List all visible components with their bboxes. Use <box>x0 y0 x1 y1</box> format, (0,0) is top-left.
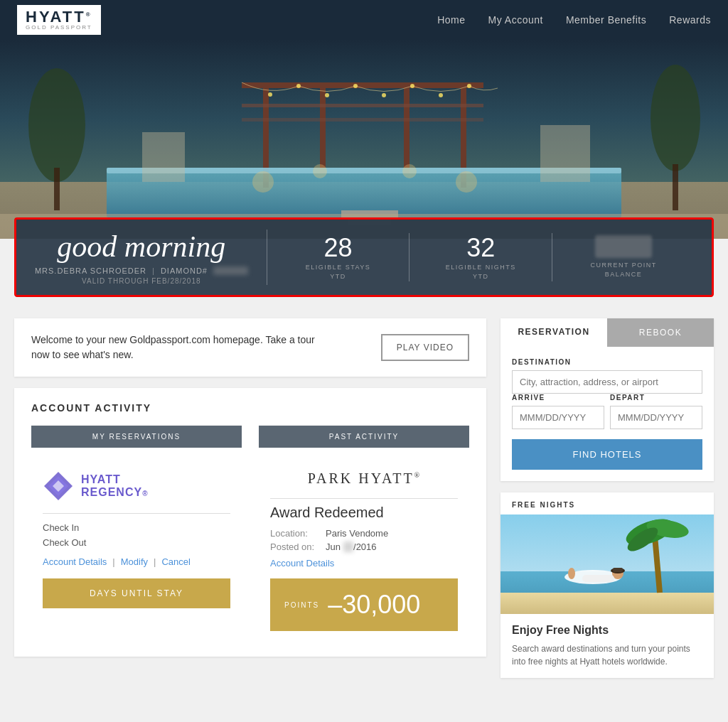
main-nav: Home My Account Member Benefits Rewards <box>437 14 711 26</box>
posted-value: Jun /2016 <box>326 542 377 552</box>
arrive-input[interactable] <box>512 406 604 429</box>
eligible-stays-stat: 28 ELIGIBLE STAYSYTD <box>267 233 410 281</box>
award-posted: Posted on: Jun /2016 <box>270 542 458 552</box>
booking-form: DESTINATION ARRIVE DEPART FIND HOTELS <box>500 347 714 481</box>
svg-rect-22 <box>142 132 185 182</box>
days-until-stay-button[interactable]: DAYS UNTIL STAY <box>43 578 230 608</box>
arrive-label: ARRIVE <box>512 394 604 402</box>
logo[interactable]: HYATT® GOLD PASSPORT <box>17 5 101 35</box>
play-video-button[interactable]: PLAY VIDEO <box>381 334 469 361</box>
greeting-bar: good morning MRS.DEBRA SCHROEDER | DIAMO… <box>14 217 714 297</box>
svg-rect-21 <box>673 164 678 210</box>
member-info: MRS.DEBRA SCHROEDER | DIAMOND# <box>33 266 250 275</box>
tab-rebook[interactable]: REBOOK <box>607 318 714 347</box>
depart-label: DEPART <box>610 394 702 402</box>
park-hyatt-reg: ® <box>414 471 421 479</box>
svg-point-24 <box>268 92 272 97</box>
depart-input[interactable] <box>610 406 702 429</box>
free-nights-description: Search award destinations and turn your … <box>512 642 702 668</box>
greeting-left: good morning MRS.DEBRA SCHROEDER | DIAMO… <box>33 230 267 285</box>
depart-group: DEPART <box>610 394 702 429</box>
park-hyatt-logo: PARK HYATT® <box>270 470 458 487</box>
nav-account[interactable]: My Account <box>488 14 543 26</box>
past-activity-header: PAST ACTIVITY <box>259 426 469 448</box>
greeting-salutation: good morning <box>33 230 250 264</box>
svg-point-18 <box>28 68 85 182</box>
left-column: Welcome to your new Goldpassport.com hom… <box>14 318 486 678</box>
brand-sub: GOLD PASSPORT <box>26 25 92 31</box>
past-account-details-link[interactable]: Account Details <box>270 558 458 569</box>
date-row: ARRIVE DEPART <box>512 394 702 429</box>
reservations-body: HYATTREGENCY® Check In Check Out Account… <box>31 448 242 620</box>
reservations-column: MY RESERVATIONS HYATTREGENCY® <box>31 425 242 642</box>
svg-rect-7 <box>242 104 483 107</box>
svg-rect-37 <box>500 593 714 614</box>
welcome-message: Welcome to your new Goldpassport.com hom… <box>31 333 316 362</box>
free-nights-title: Enjoy Free Nights <box>512 624 702 637</box>
eligible-nights-label: ELIGIBLE NIGHTSYTD <box>427 263 535 281</box>
checkout-label: Check Out <box>43 537 230 548</box>
nav-member-benefits[interactable]: Member Benefits <box>566 14 646 26</box>
hyatt-wordmark: HYATT® <box>26 9 92 25</box>
destination-input[interactable] <box>512 370 702 394</box>
find-hotels-button[interactable]: FIND HOTELS <box>512 439 702 470</box>
svg-point-25 <box>296 84 301 88</box>
svg-rect-5 <box>320 88 326 173</box>
activity-title: ACCOUNT ACTIVITY <box>31 402 469 414</box>
account-details-link[interactable]: Account Details <box>43 556 107 567</box>
points-display: POINTS –30,000 <box>270 578 458 631</box>
award-location: Location: Paris Vendome <box>270 528 458 539</box>
hero-image <box>0 40 728 239</box>
park-hyatt-brand: PARK HYATT <box>308 470 414 486</box>
svg-point-14 <box>252 171 274 193</box>
svg-point-15 <box>456 171 477 193</box>
svg-rect-23 <box>540 125 590 182</box>
eligible-nights-stat: 32 ELIGIBLE NIGHTSYTD <box>410 233 552 281</box>
tab-reservation[interactable]: RESERVATION <box>500 318 607 347</box>
booking-card: RESERVATION REBOOK DESTINATION ARRIVE DE… <box>500 318 714 481</box>
free-nights-body: Enjoy Free Nights Search award destinati… <box>500 614 714 678</box>
diamond-number <box>213 266 248 275</box>
svg-rect-6 <box>404 88 410 173</box>
free-nights-image <box>500 514 714 614</box>
svg-point-17 <box>402 164 417 178</box>
point-balance-label: CURRENT POINTBALANCE <box>569 261 678 279</box>
points-value: –30,000 <box>328 590 420 620</box>
hyatt-regency-logo: HYATTREGENCY® <box>43 470 230 502</box>
svg-point-28 <box>382 93 386 97</box>
modify-link[interactable]: Modify <box>121 556 148 567</box>
arrive-group: ARRIVE <box>512 394 604 429</box>
main-content: Welcome to your new Goldpassport.com hom… <box>0 304 728 692</box>
past-activity-body: PARK HYATT® Award Redeemed Location: Par… <box>259 448 469 642</box>
right-column: RESERVATION REBOOK DESTINATION ARRIVE DE… <box>500 318 714 678</box>
point-balance-number <box>595 235 652 258</box>
svg-point-30 <box>439 93 443 97</box>
reservations-header: MY RESERVATIONS <box>31 426 242 448</box>
beach-scene-illustration <box>500 514 714 614</box>
nav-rewards[interactable]: Rewards <box>669 14 711 26</box>
site-header: HYATT® GOLD PASSPORT Home My Account Mem… <box>0 0 728 40</box>
location-label: Location: <box>270 528 320 539</box>
point-balance-stat: CURRENT POINTBALANCE <box>552 235 695 279</box>
booking-tabs: RESERVATION REBOOK <box>500 318 714 347</box>
hero-illustration <box>0 40 728 239</box>
svg-rect-19 <box>54 168 60 210</box>
svg-rect-44 <box>582 575 614 582</box>
hyatt-regency-brand: HYATTREGENCY® <box>81 473 149 498</box>
location-value: Paris Vendome <box>326 528 388 539</box>
welcome-card: Welcome to your new Goldpassport.com hom… <box>14 318 486 377</box>
svg-point-20 <box>651 65 700 171</box>
activity-columns: MY RESERVATIONS HYATTREGENCY® <box>31 425 469 642</box>
points-label: POINTS <box>284 601 319 609</box>
destination-label: DESTINATION <box>512 358 702 366</box>
svg-point-45 <box>568 568 575 579</box>
svg-point-29 <box>410 84 414 88</box>
award-title: Award Redeemed <box>270 505 458 521</box>
eligible-nights-number: 32 <box>427 233 535 263</box>
hyatt-regency-diamond-icon <box>43 470 74 502</box>
valid-through: VALID THROUGH FEB/28/2018 <box>33 277 250 285</box>
cancel-link[interactable]: Cancel <box>161 556 190 567</box>
svg-rect-47 <box>613 568 623 572</box>
nav-home[interactable]: Home <box>437 14 465 26</box>
member-name: MRS.DEBRA SCHROEDER <box>35 266 146 275</box>
